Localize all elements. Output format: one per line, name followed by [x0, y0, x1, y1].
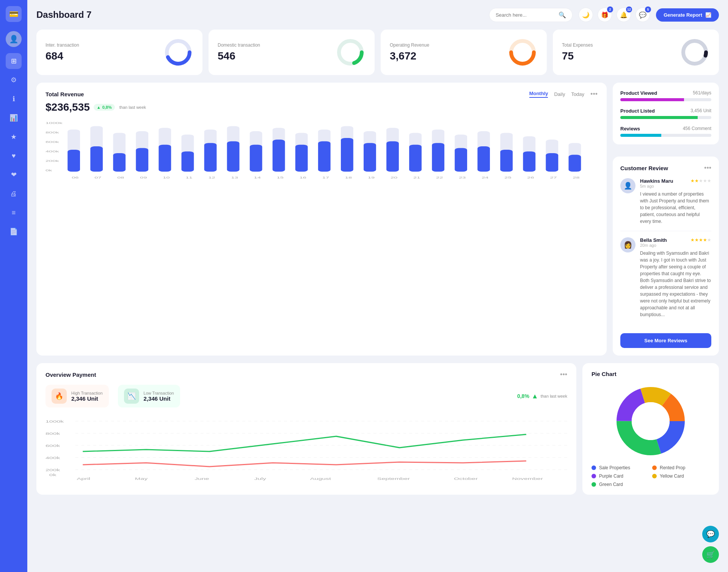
svg-text:November: November — [512, 477, 543, 481]
bottom-row: Overview Payment ••• 🔥 High Transaction … — [36, 363, 719, 495]
sidebar-item-print[interactable]: 🖨 — [6, 186, 22, 202]
metric-value-1: 3,456 Unit — [690, 108, 711, 114]
gift-button[interactable]: 🎁 2 — [598, 8, 612, 22]
revenue-amount: $236,535 ▲ 0,8% — [46, 101, 115, 113]
search-icon: 🔍 — [559, 11, 566, 19]
svg-text:21: 21 — [413, 176, 420, 179]
revenue-change-label: than last week — [119, 105, 146, 110]
metric-item-2: Reviews 456 Comment — [620, 126, 711, 137]
support-float-button[interactable]: 💬 — [702, 526, 719, 542]
svg-rect-35 — [295, 145, 308, 172]
legend-item-4: Green Card — [592, 482, 649, 487]
svg-text:06: 06 — [72, 176, 78, 179]
generate-report-button[interactable]: Generate Report 📈 — [656, 8, 719, 22]
review-item-1: 👩 Bella Smith 20m ago ★★★★★ Dealing with… — [620, 237, 711, 324]
low-transaction-stat: 📉 Low Transaction 2,346 Unit — [118, 385, 180, 407]
svg-text:600k: 600k — [46, 444, 61, 448]
low-transaction-icon: 📉 — [124, 389, 139, 404]
review-header: Customer Review ••• — [620, 164, 711, 172]
low-transaction-value: 2,346 Unit — [144, 395, 174, 402]
notifications-button[interactable]: 🔔 12 — [617, 8, 631, 22]
donut-chart-3 — [679, 37, 710, 67]
sidebar-logo[interactable]: 💳 — [6, 6, 22, 22]
stat-card-info: Total Expenses 75 — [562, 42, 593, 62]
review-title: Customer Review — [620, 165, 668, 171]
main-content: Dashboard 7 🔍 🌙 🎁 2 🔔 12 💬 5 Generate Re… — [27, 0, 728, 572]
svg-text:12: 12 — [209, 176, 215, 179]
svg-text:23: 23 — [459, 176, 466, 179]
svg-text:20: 20 — [391, 176, 397, 179]
svg-rect-49 — [455, 148, 467, 172]
stat-card-info: Domestic transaction 546 — [218, 42, 260, 62]
sidebar-item-docs[interactable]: 📄 — [6, 224, 22, 240]
sidebar-item-list[interactable]: ≡ — [6, 205, 22, 221]
revenue-bar-chart: 1000k 800k 600k 400k 200k 0k — [46, 119, 598, 182]
high-transaction-value: 2,346 Unit — [71, 395, 103, 402]
reviewer-stars-1: ★★★★★ — [690, 237, 711, 243]
theme-toggle-button[interactable]: 🌙 — [579, 8, 593, 22]
search-box[interactable]: 🔍 — [489, 8, 573, 22]
svg-rect-17 — [90, 146, 103, 172]
metric-label-2: Reviews — [620, 126, 640, 132]
revenue-more-button[interactable]: ••• — [590, 90, 598, 98]
stat-label-3: Total Expenses — [562, 42, 593, 48]
see-more-reviews-button[interactable]: See More Reviews — [620, 333, 711, 348]
sidebar-item-analytics[interactable]: 📊 — [6, 110, 22, 126]
reviewer-text-0: I viewed a number of properties with Jus… — [640, 191, 711, 225]
svg-text:09: 09 — [140, 176, 147, 179]
review-more-button[interactable]: ••• — [704, 164, 711, 172]
svg-text:14: 14 — [254, 176, 261, 179]
reviewer-time-0: 5m ago — [640, 184, 673, 188]
legend-dot-2 — [592, 474, 596, 478]
svg-text:April: April — [77, 477, 90, 481]
legend-dot-1 — [652, 465, 657, 470]
revenue-change-badge: ▲ 0,8% — [94, 104, 115, 111]
svg-point-6 — [683, 41, 706, 64]
svg-text:1000k: 1000k — [46, 420, 64, 423]
svg-text:800k: 800k — [46, 131, 59, 134]
metric-item-0: Product Viewed 561/days — [620, 90, 711, 101]
sidebar-item-settings[interactable]: ⚙ — [6, 72, 22, 88]
sidebar-item-favorites[interactable]: ★ — [6, 129, 22, 145]
customer-review-card: Customer Review ••• 👤 Hawkins Maru 5m ag… — [613, 157, 719, 356]
stat-card-operating-revenue: Operating Revenue 3,672 — [381, 30, 547, 75]
svg-rect-59 — [569, 155, 581, 171]
tab-monthly[interactable]: Monthly — [529, 91, 548, 98]
total-revenue-card: Total Revenue Monthly Daily Today ••• $2… — [36, 83, 607, 356]
overview-more-button[interactable]: ••• — [560, 371, 567, 379]
payment-change-pct: 0,8% — [517, 393, 529, 399]
search-input[interactable] — [496, 12, 555, 18]
sidebar-item-info[interactable]: ℹ — [6, 91, 22, 107]
overview-header: Overview Payment ••• — [46, 371, 567, 379]
stat-card-info: Inter. transaction 684 — [46, 42, 79, 62]
svg-rect-47 — [432, 143, 444, 172]
revenue-chart-header: Total Revenue Monthly Daily Today ••• — [46, 90, 598, 98]
svg-text:10: 10 — [163, 176, 169, 179]
donut-chart-2 — [507, 37, 538, 67]
sidebar-item-dashboard[interactable]: ⊞ — [6, 53, 22, 69]
svg-text:13: 13 — [231, 176, 238, 179]
stat-value-3: 75 — [562, 50, 593, 62]
tab-daily[interactable]: Daily — [554, 91, 565, 97]
svg-rect-21 — [136, 148, 148, 172]
svg-text:October: October — [454, 477, 478, 481]
svg-rect-57 — [546, 153, 559, 172]
user-avatar[interactable]: 👤 — [6, 31, 22, 47]
svg-rect-43 — [386, 141, 399, 172]
tab-today[interactable]: Today — [571, 91, 584, 97]
sidebar-item-wishlist[interactable]: ♥ — [6, 148, 22, 164]
svg-text:24: 24 — [482, 176, 488, 179]
middle-row: Total Revenue Monthly Daily Today ••• $2… — [36, 83, 719, 356]
reviewer-content-0: Hawkins Maru 5m ago ★★★★★ I viewed a num… — [640, 178, 711, 225]
svg-rect-29 — [227, 141, 240, 172]
payment-change-label: than last week — [541, 394, 567, 398]
svg-text:June: June — [195, 477, 209, 481]
pie-chart-card: Pie Chart — [582, 363, 719, 495]
sidebar-item-likes[interactable]: ❤ — [6, 167, 22, 183]
svg-text:17: 17 — [322, 176, 329, 179]
messages-button[interactable]: 💬 5 — [635, 8, 650, 22]
metric-value-2: 456 Comment — [683, 126, 711, 132]
svg-text:400k: 400k — [46, 456, 61, 460]
stat-cards-row: Inter. transaction 684 Domestic transact… — [36, 30, 719, 75]
cart-float-button[interactable]: 🛒 — [702, 546, 719, 563]
